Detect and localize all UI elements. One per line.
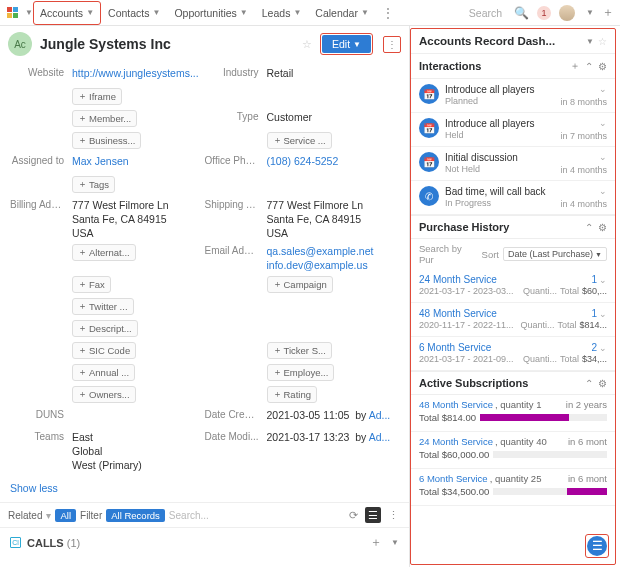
interaction-time: in 4 months (560, 165, 607, 175)
quick-create-icon[interactable]: ＋ (602, 4, 614, 21)
subscription-item[interactable]: 48 Month Service, quantity 1in 2 yearsTo… (411, 395, 615, 432)
calls-module-icon: Cl (10, 537, 21, 548)
interaction-status: Not Held (445, 164, 554, 175)
billing-value: 777 West Filmore LnSanta Fe, CA 84915USA (72, 198, 169, 240)
add-rating-button[interactable]: ＋Rating (267, 386, 317, 403)
chevron-down-icon[interactable]: ⌄ (560, 118, 607, 128)
subscriptions-title: Active Subscriptions (419, 377, 580, 389)
add-iframe-button[interactable]: ＋Iframe (72, 88, 122, 105)
nav-tab-opportunities[interactable]: Opportunities▼ (167, 1, 254, 25)
interaction-item[interactable]: 📅Introduce all playersPlanned⌄in 8 month… (411, 79, 615, 113)
interaction-item[interactable]: 📅Initial discussionNot Held⌄in 4 months (411, 147, 615, 181)
nav-tab-leads[interactable]: Leads▼ (255, 1, 309, 25)
subscription-product[interactable]: 24 Month Service (419, 436, 493, 447)
nav-tab-calendar[interactable]: Calendar▼ (308, 1, 376, 25)
date-modified-value: 2021-03-17 13:23 by Ad... (267, 430, 391, 444)
purchase-product[interactable]: 24 Month Service (419, 274, 591, 285)
subs-gear-icon[interactable]: ⚙ (598, 378, 607, 389)
interactions-gear-icon[interactable]: ⚙ (598, 61, 607, 72)
dashboard-star-icon[interactable]: ☆ (598, 36, 607, 47)
add-tags-button[interactable]: ＋Tags (72, 176, 115, 193)
interaction-item[interactable]: ✆Bad time, will call backIn Progress⌄in … (411, 181, 615, 215)
purchase-collapse-icon[interactable]: ⌃ (585, 222, 593, 233)
chevron-down-icon[interactable]: ⌄ (599, 309, 607, 319)
add-ticker-button[interactable]: ＋Ticker S... (267, 342, 332, 359)
list-view-icon[interactable]: ☰ (365, 507, 381, 523)
fab-button[interactable]: ☰ (587, 536, 607, 556)
favorite-star-icon[interactable]: ☆ (302, 38, 312, 51)
add-descript-button[interactable]: ＋Descript... (72, 320, 138, 337)
subscription-product[interactable]: 48 Month Service (419, 399, 493, 410)
subscription-item[interactable]: 24 Month Service, quantity 40in 6 montTo… (411, 432, 615, 469)
dashboard-menu-caret[interactable]: ▼ (586, 37, 594, 46)
add-fax-button[interactable]: ＋Fax (72, 276, 111, 293)
refresh-icon[interactable]: ⟳ (345, 507, 361, 523)
svg-rect-1 (13, 7, 18, 12)
add-twitter-button[interactable]: ＋Twitter ... (72, 298, 134, 315)
show-less-link[interactable]: Show less (0, 478, 409, 502)
record-name: Jungle Systems Inc (40, 36, 294, 52)
subs-collapse-icon[interactable]: ⌃ (585, 378, 593, 389)
chevron-down-icon[interactable]: ⌄ (599, 343, 607, 353)
chevron-down-icon[interactable]: ⌄ (599, 275, 607, 285)
chevron-down-icon[interactable]: ⌄ (560, 84, 607, 94)
edit-button-highlight: Edit▼ (320, 33, 373, 55)
purchase-product[interactable]: 6 Month Service (419, 342, 591, 353)
nav-more-icon[interactable]: ⋮ (376, 6, 400, 20)
chevron-down-icon[interactable]: ⌄ (560, 152, 607, 162)
office-phone-value[interactable]: (108) 624-5252 (267, 154, 339, 168)
chevron-down-icon[interactable]: ⌄ (560, 186, 607, 196)
purchase-total-label: Total (560, 286, 579, 296)
purchase-product[interactable]: 48 Month Service (419, 308, 591, 319)
all-records-pill[interactable]: All Records (106, 509, 165, 522)
add-campaign-button[interactable]: ＋Campaign (267, 276, 333, 293)
nav-tab-accounts[interactable]: Accounts▼ (33, 1, 101, 25)
edit-button[interactable]: Edit▼ (322, 35, 371, 53)
assigned-value[interactable]: Max Jensen (72, 154, 129, 168)
interaction-item[interactable]: 📅Introduce all playersHeld⌄in 7 months (411, 113, 615, 147)
sort-dropdown[interactable]: Date (Last Purchase)▼ (503, 247, 607, 261)
add-business-button[interactable]: ＋Business... (72, 132, 141, 149)
interaction-status: In Progress (445, 198, 554, 209)
purchase-item[interactable]: 6 Month Service2⌄2021-03-17 - 2021-09...… (411, 337, 615, 371)
purchase-item[interactable]: 24 Month Service1⌄2021-03-17 - 2023-03..… (411, 269, 615, 303)
email-value[interactable]: qa.sales@example.netinfo.dev@example.us (267, 244, 374, 272)
search-icon[interactable]: 🔍 (514, 6, 529, 20)
add-alternat-button[interactable]: ＋Alternat... (72, 244, 136, 261)
subscription-item[interactable]: 6 Month Service, quantity 25in 6 montTot… (411, 469, 615, 506)
website-value[interactable]: http://www.junglesystems... (72, 66, 199, 80)
sort-label: Sort (482, 249, 499, 260)
purchase-gear-icon[interactable]: ⚙ (598, 222, 607, 233)
nav-tab-contacts[interactable]: Contacts▼ (101, 1, 167, 25)
purchase-item[interactable]: 48 Month Service1⌄2020-11-17 - 2022-11..… (411, 303, 615, 337)
interactions-collapse-icon[interactable]: ⌃ (585, 61, 593, 72)
purchase-quant-label: Quanti... (523, 286, 557, 296)
app-cube-icon[interactable] (6, 6, 20, 20)
user-menu-caret[interactable]: ▼ (586, 8, 594, 17)
module-menu-caret[interactable]: ▼ (25, 8, 33, 17)
related-search-input[interactable]: Search... (169, 510, 341, 521)
dashboard-title[interactable]: Accounts Record Dash... (419, 35, 583, 47)
add-member-button[interactable]: ＋Member... (72, 110, 137, 127)
add-employe-button[interactable]: ＋Employe... (267, 364, 335, 381)
add-call-icon[interactable]: ＋ (370, 534, 382, 551)
related-menu-icon[interactable]: ⋮ (385, 507, 401, 523)
subscription-total: Total $814.00 (419, 412, 476, 423)
subscription-product[interactable]: 6 Month Service (419, 473, 488, 484)
calls-panel-title[interactable]: CALLS (1) (27, 537, 370, 549)
interactions-add-icon[interactable]: ＋ (570, 59, 580, 73)
filter-label: Filter (80, 510, 102, 521)
purchase-search-input[interactable]: Search by Pur (419, 243, 478, 265)
global-search-input[interactable]: Search (465, 7, 506, 19)
calls-menu-caret[interactable]: ▼ (391, 538, 399, 547)
add-sic-button[interactable]: ＋SIC Code (72, 342, 136, 359)
svg-rect-0 (7, 7, 12, 12)
office-phone-label: Office Phone (205, 154, 267, 168)
related-all-pill[interactable]: All (55, 509, 76, 522)
add-service-button[interactable]: ＋Service ... (267, 132, 332, 149)
add-owners-button[interactable]: ＋Owners... (72, 386, 136, 403)
user-avatar[interactable] (559, 5, 575, 21)
add-annual-button[interactable]: ＋Annual ... (72, 364, 135, 381)
record-actions-menu[interactable]: ⋮ (383, 36, 401, 53)
notification-badge[interactable]: 1 (537, 6, 551, 20)
